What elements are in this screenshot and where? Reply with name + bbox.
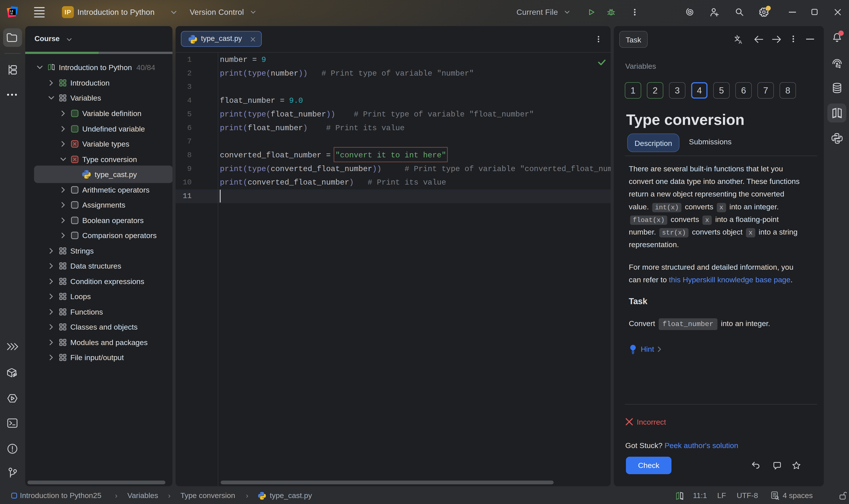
svg-text:A: A [739,39,742,45]
